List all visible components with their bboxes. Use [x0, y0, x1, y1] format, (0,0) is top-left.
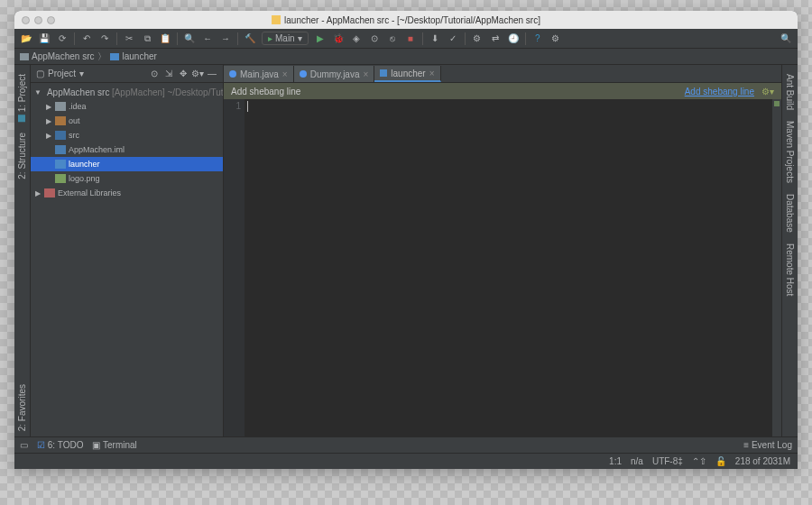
stop-icon[interactable]: ■: [404, 32, 417, 45]
database-tool-tab[interactable]: Database: [783, 188, 797, 238]
keymap-hint: ⌃⇧: [692, 456, 706, 466]
tab-main-java[interactable]: Main.java ×: [224, 66, 294, 82]
run-config-selector[interactable]: ▸ Main ▾: [262, 32, 309, 45]
todo-icon: ☑: [37, 440, 45, 450]
code-editor[interactable]: 1: [224, 99, 781, 436]
window-title: launcher - AppMachen src - [~/Desktop/Tu…: [272, 15, 540, 25]
editor-banner: Add shebang line Add shebang line ⚙▾: [224, 83, 781, 99]
search-icon[interactable]: 🔍: [780, 32, 792, 45]
tree-external-libs[interactable]: ▶ External Libraries: [31, 186, 223, 200]
panel-icon: ▢: [36, 69, 44, 78]
collapse-icon[interactable]: ⊙: [149, 69, 160, 79]
breadcrumb-item[interactable]: AppMachen src: [20, 51, 94, 61]
file-encoding[interactable]: UTF-8‡: [652, 456, 683, 466]
structure-icon[interactable]: ⚙: [471, 32, 484, 45]
tree-file-launcher[interactable]: launcher: [31, 157, 223, 171]
insert-mode[interactable]: n/a: [631, 456, 643, 466]
line-number-gutter: 1: [224, 99, 245, 436]
debug-icon[interactable]: 🐞: [332, 32, 345, 45]
expand-arrow-icon[interactable]: ▶: [34, 189, 42, 197]
banner-text: Add shebang line: [231, 87, 300, 96]
editor-tabs: Main.java × Dummy.java × launcher ×: [224, 65, 781, 83]
breadcrumb-item[interactable]: launcher: [110, 51, 156, 61]
separator: [525, 32, 526, 45]
expand-arrow-icon[interactable]: ▶: [45, 117, 52, 125]
tree-label: launcher: [69, 160, 100, 169]
structure-tool-tab[interactable]: 2: Structure: [15, 127, 29, 185]
close-icon[interactable]: ×: [282, 69, 288, 79]
minimize-dot[interactable]: [34, 16, 42, 24]
zoom-dot[interactable]: [47, 16, 55, 24]
tree-folder-out[interactable]: ▶ out: [31, 114, 223, 128]
project-panel: ▢ Project ▾ ⊙ ⇲ ✥ ⚙▾ — ▼ AppMachen src […: [31, 65, 224, 436]
close-dot[interactable]: [22, 16, 30, 24]
project-tool-tab[interactable]: 1: Project: [15, 69, 29, 127]
expand-arrow-icon[interactable]: ▶: [45, 103, 52, 111]
chevron-down-icon: ▾: [298, 33, 302, 43]
run-icon[interactable]: ▶: [314, 32, 327, 45]
run-config-label: Main: [275, 33, 295, 43]
event-log-tab[interactable]: ≡ Event Log: [743, 440, 792, 450]
vcs-commit-icon[interactable]: ✓: [447, 32, 459, 45]
shell-icon: [55, 160, 66, 169]
editor-marker-bar[interactable]: [772, 99, 781, 436]
close-icon[interactable]: ×: [429, 69, 435, 78]
history-icon[interactable]: 🕘: [507, 32, 520, 45]
breadcrumb-bar: AppMachen src 〉 launcher: [14, 49, 798, 65]
help-icon[interactable]: ?: [531, 32, 544, 45]
banner-action-link[interactable]: Add shebang line: [685, 87, 754, 96]
todo-tool-tab[interactable]: ☑ 6: TODO: [37, 440, 83, 450]
forward-icon[interactable]: →: [219, 32, 232, 45]
settings-icon[interactable]: ⚙: [549, 32, 562, 45]
undo-icon[interactable]: ↶: [80, 32, 93, 45]
save-icon[interactable]: 💾: [38, 32, 51, 45]
paste-icon[interactable]: 📋: [159, 32, 171, 45]
source-folder-icon: [55, 131, 66, 140]
coverage-icon[interactable]: ◈: [350, 32, 363, 45]
breadcrumb-label: launcher: [122, 51, 156, 61]
find-icon[interactable]: 🔍: [183, 32, 196, 45]
expand-icon[interactable]: ⇲: [163, 69, 174, 79]
gear-icon[interactable]: ⚙▾: [192, 69, 203, 79]
hide-tools-icon[interactable]: ▭: [20, 440, 28, 450]
favorites-tool-tab[interactable]: 2: Favorites: [15, 379, 29, 436]
diff-icon[interactable]: ⇄: [489, 32, 502, 45]
maven-tool-tab[interactable]: Maven Projects: [783, 115, 797, 188]
locate-icon[interactable]: ✥: [178, 69, 189, 79]
open-icon[interactable]: 📂: [20, 32, 32, 45]
hide-icon[interactable]: —: [207, 69, 217, 79]
back-icon[interactable]: ←: [201, 32, 214, 45]
right-tool-strip: Ant Build Maven Projects Database Remote…: [781, 65, 798, 436]
sync-icon[interactable]: ⟳: [56, 32, 69, 45]
lock-icon[interactable]: 🔓: [715, 456, 726, 466]
expand-arrow-icon[interactable]: ▶: [45, 132, 52, 140]
caret-position[interactable]: 1:1: [609, 456, 622, 466]
status-bar: 1:1 n/a UTF-8‡ ⌃⇧ 🔓 218 of 2031M: [14, 453, 798, 469]
gear-icon[interactable]: ⚙▾: [761, 87, 774, 96]
ant-tool-tab[interactable]: Ant Build: [783, 69, 797, 115]
tree-root[interactable]: ▼ AppMachen src [AppMachen] ~/Desktop/Tu…: [31, 85, 223, 99]
terminal-tool-tab[interactable]: ▣ Terminal: [92, 440, 136, 450]
remote-host-tool-tab[interactable]: Remote Host: [783, 238, 797, 301]
redo-icon[interactable]: ↷: [98, 32, 111, 45]
vcs-update-icon[interactable]: ⬇: [429, 32, 441, 45]
tree-folder-idea[interactable]: ▶ .idea: [31, 99, 223, 114]
tree-file-logo[interactable]: logo.png: [31, 171, 223, 186]
tab-dummy-java[interactable]: Dummy.java ×: [294, 66, 375, 82]
tab-launcher[interactable]: launcher ×: [374, 66, 440, 82]
panel-title[interactable]: ▢ Project ▾: [36, 69, 84, 78]
profile-icon[interactable]: ⊙: [368, 32, 381, 45]
attach-icon[interactable]: ⎋: [386, 32, 399, 45]
tree-label: out: [69, 116, 80, 125]
tree-file-iml[interactable]: AppMachen.iml: [31, 142, 223, 157]
memory-indicator[interactable]: 218 of 2031M: [735, 456, 790, 466]
copy-icon[interactable]: ⧉: [141, 32, 153, 45]
tree-folder-src[interactable]: ▶ src: [31, 128, 223, 142]
editor-content[interactable]: [245, 99, 772, 436]
terminal-icon: ▣: [92, 440, 100, 450]
expand-arrow-icon[interactable]: ▼: [34, 88, 42, 96]
close-icon[interactable]: ×: [363, 69, 368, 79]
ok-marker-icon: [774, 101, 780, 106]
build-icon[interactable]: 🔨: [244, 32, 256, 45]
cut-icon[interactable]: ✂: [123, 32, 135, 45]
